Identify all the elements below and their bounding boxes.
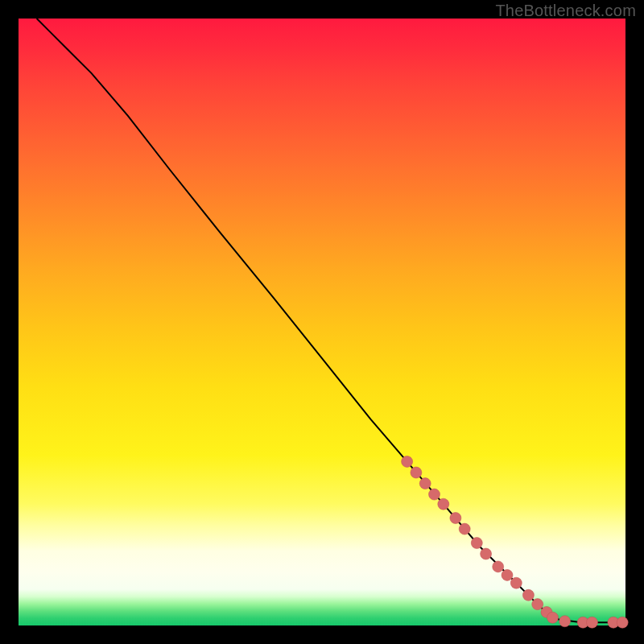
data-marker <box>450 513 461 524</box>
data-marker <box>559 616 571 627</box>
data-marker <box>481 548 492 559</box>
data-marker <box>459 523 470 535</box>
data-marker <box>502 569 513 580</box>
data-marker <box>471 538 482 549</box>
bottleneck-curve <box>37 19 625 622</box>
data-marker <box>587 617 598 628</box>
data-markers <box>402 456 629 628</box>
chart-frame: TheBottleneck.com <box>0 0 644 644</box>
data-marker <box>438 498 449 510</box>
data-marker <box>429 489 440 500</box>
watermark-text: TheBottleneck.com <box>495 2 636 20</box>
data-marker <box>411 467 422 478</box>
data-marker <box>419 478 431 489</box>
curve-overlay <box>19 19 625 625</box>
data-marker <box>522 589 534 601</box>
data-marker <box>547 612 559 623</box>
data-marker <box>402 456 413 467</box>
data-marker <box>532 599 543 610</box>
data-marker <box>617 617 628 628</box>
data-marker <box>493 561 504 572</box>
plot-area <box>19 19 625 625</box>
data-marker <box>510 577 522 588</box>
